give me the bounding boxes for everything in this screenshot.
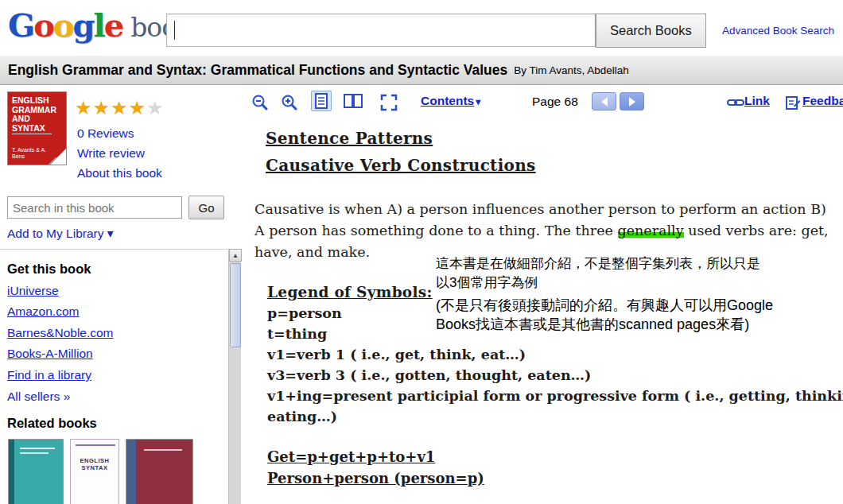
formula-person: Person+person (person=p) <box>267 470 484 487</box>
sidebar: ENGLISH GRAMMAR AND SYNTAX T. Avants & A… <box>0 85 228 504</box>
cover-decor-line <box>144 449 182 451</box>
legend-line: v3=verb 3 ( i.e., gotten, thought, eaten… <box>267 367 591 383</box>
book-page: Sentence Patterns Causative Verb Constru… <box>242 117 843 504</box>
cover-decor-line <box>76 444 115 446</box>
seller-link-amazon[interactable]: Amazon.com <box>7 304 79 319</box>
cover-decor-line <box>20 452 49 454</box>
zoom-in-icon[interactable] <box>279 92 300 113</box>
paragraph-line: have, and make. <box>254 244 370 260</box>
related-book-title: ENGLISH SYNTAX <box>71 457 118 471</box>
zoom-out-icon[interactable] <box>250 92 270 113</box>
book-byline: By Tim Avants, Abdellah <box>514 64 629 76</box>
user-annotation: 這本書是在做細部介紹，不是整個字集列表，所以只是 以3個常用字為例 (不是只有後… <box>436 254 773 334</box>
book-cover-thumbnail: ENGLISH GRAMMAR AND SYNTAX T. Avants & A… <box>7 91 67 165</box>
previous-page-button[interactable] <box>592 92 616 110</box>
link-icon[interactable] <box>725 92 746 113</box>
vertical-scrollbar[interactable]: ▲ <box>228 249 241 504</box>
cover-title-line: AND <box>8 114 66 124</box>
stars-empty: ★ <box>146 97 165 118</box>
scroll-up-arrow[interactable]: ▲ <box>229 249 242 262</box>
link-link[interactable]: Link <box>744 94 770 108</box>
annotation-line: (不是只有後頭接動詞的介紹。有興趣人可以用Google <box>436 296 773 315</box>
related-books-heading: Related books <box>7 416 97 431</box>
header: Google books Search Books Advanced Book … <box>0 0 843 56</box>
next-page-button[interactable] <box>620 92 644 110</box>
go-button[interactable]: Go <box>188 196 224 219</box>
add-to-my-library-link[interactable]: Add to My Library ▾ <box>7 227 114 241</box>
contents-menu[interactable]: Contents▾ <box>421 94 480 108</box>
logo-google: Google <box>8 6 122 44</box>
feedback-icon[interactable] <box>783 92 803 113</box>
contents-label: Contents <box>421 94 474 107</box>
reviews-link[interactable]: 0 Reviews <box>77 126 134 141</box>
annotation-line: 以3個常用字為例 <box>436 273 773 293</box>
page-heading-sentence-patterns: Sentence Patterns <box>266 129 433 148</box>
book-title-bar: English Grammar and Syntax: Grammatical … <box>0 56 843 85</box>
seller-link-booksamillion[interactable]: Books-A-Million <box>7 347 93 361</box>
star-rating: ★★★★★ <box>75 97 165 119</box>
book-spine <box>9 440 14 504</box>
search-in-book-input[interactable] <box>7 196 182 219</box>
google-books-viewer: Google books Search Books Advanced Book … <box>0 0 843 504</box>
cover-rule <box>12 134 52 134</box>
legend-line: v1=verb 1 ( i.e., get, think, eat…) <box>267 347 526 362</box>
book-title: English Grammar and Syntax: Grammatical … <box>8 62 507 79</box>
paragraph-text: A person has something done to a thing. … <box>254 223 618 238</box>
highlighted-word: generally <box>618 223 684 238</box>
chevron-down-icon: ▾ <box>476 96 480 107</box>
page-number-label: Page 68 <box>532 95 578 109</box>
viewer-toolbar: Contents▾ Page 68 Link Feedback <box>242 85 843 117</box>
seller-link-iuniverse[interactable]: iUniverse <box>7 284 59 298</box>
text-caret <box>174 21 175 40</box>
legend-line: t=thing <box>267 326 327 342</box>
cover-title-line: SYNTAX <box>8 124 66 134</box>
find-in-library-link[interactable]: Find in a library <box>7 368 91 382</box>
legend-line: p=person <box>267 305 342 321</box>
sidebar-divider <box>0 249 228 250</box>
paragraph-text: used verbs are: get, <box>684 223 829 238</box>
related-book-cover-3[interactable] <box>126 439 193 504</box>
paragraph-line: A person has something done to a thing. … <box>254 223 829 238</box>
write-review-link[interactable]: Write review <box>77 146 145 161</box>
cover-title-line: ENGLISH <box>8 92 66 106</box>
fullscreen-icon[interactable] <box>379 92 399 113</box>
scrollbar-thumb[interactable] <box>230 263 241 347</box>
search-books-button[interactable]: Search Books <box>596 14 706 48</box>
book-spine <box>126 440 136 504</box>
annotation-line: 這本書是在做細部介紹，不是整個字集列表，所以只是 <box>436 254 773 273</box>
about-this-book-link[interactable]: About this book <box>77 166 162 180</box>
arrow-right-icon <box>629 97 635 107</box>
cover-authors: T. Avants & A. Bens <box>12 147 52 160</box>
get-this-book-heading: Get this book <box>7 262 91 277</box>
paragraph-line: Causative is when A) a person influences… <box>254 201 826 217</box>
seller-link-barnesnoble[interactable]: Barnes&Noble.com <box>7 326 114 340</box>
books-search-input[interactable] <box>166 14 596 47</box>
formula-get: Get=p+get+p+to+v1 <box>267 448 435 465</box>
legend-line: eating…) <box>267 409 337 425</box>
single-page-view-button[interactable] <box>311 91 332 111</box>
arrow-left-icon <box>601 97 608 107</box>
annotation-line: Books找這本書或是其他書的scanned pages來看) <box>436 315 773 334</box>
cover-decor-line <box>20 448 55 449</box>
related-book-cover-2[interactable]: ENGLISH SYNTAX <box>70 439 119 504</box>
legend-heading: Legend of Symbols: <box>267 284 433 300</box>
two-page-view-button[interactable] <box>343 91 363 111</box>
related-book-cover-1[interactable] <box>8 439 64 504</box>
page-heading-causative: Causative Verb Constructions <box>266 156 536 175</box>
legend-line: v1+ing=present participial form or progr… <box>267 388 843 404</box>
feedback-link[interactable]: Feedback <box>802 94 843 108</box>
stars-filled: ★★★★ <box>75 97 146 118</box>
advanced-book-search-link[interactable]: Advanced Book Search <box>722 25 834 37</box>
all-sellers-link[interactable]: All sellers » <box>7 390 70 404</box>
